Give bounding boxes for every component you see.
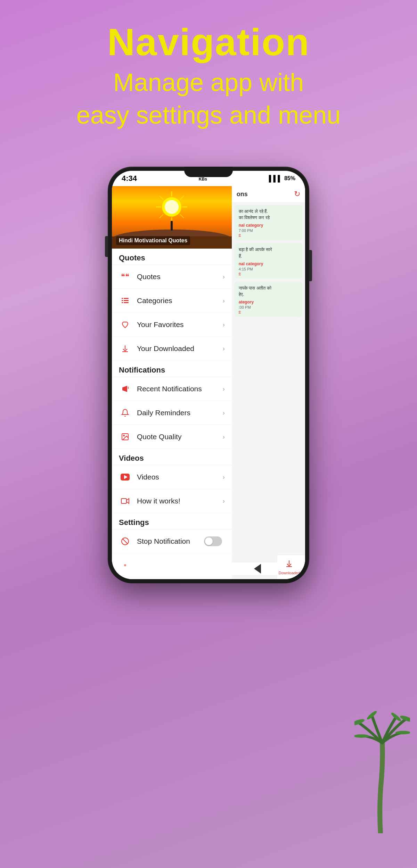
notif-panel-title: ons	[237, 191, 248, 198]
notif-panel: ons ↻ का आनंद ले रहे हैं.का विश्लेषण कर …	[232, 186, 305, 579]
hero-label: Hindi Motivational Quotes	[116, 236, 190, 245]
menu-item-recent-notif[interactable]: Recent Notifications ›	[112, 377, 232, 401]
refresh-icon[interactable]: ↻	[294, 190, 300, 199]
bell-icon	[119, 407, 131, 419]
bottom-nav-notifications[interactable]: Notifications	[301, 555, 305, 579]
how-it-works-label: How it works!	[137, 497, 223, 505]
image-quality-icon	[119, 431, 131, 443]
svg-line-12	[160, 196, 163, 200]
page-subtitle: Manage app with easy settings and menu	[28, 66, 389, 131]
bottom-download-icon	[285, 559, 293, 570]
svg-rect-20	[122, 302, 123, 303]
menu-item-quotes[interactable]: ❝❝ Quotes ›	[112, 265, 232, 289]
bottom-nav-downloaded[interactable]: Downloaded	[277, 555, 301, 579]
phone-notch	[184, 167, 233, 177]
back-button[interactable]	[254, 564, 261, 574]
favorites-arrow-icon: ›	[223, 321, 225, 328]
quote-quality-label: Quote Quality	[137, 433, 223, 441]
svg-rect-18	[122, 300, 123, 301]
extra-icon	[119, 559, 131, 571]
svg-rect-21	[124, 302, 129, 303]
youtube-icon	[119, 471, 131, 483]
svg-rect-27	[121, 499, 126, 503]
bottom-navigation: Downloaded Notifications	[277, 555, 305, 579]
phone-mockup: 4:34 KBs ▌▌▌ 85%	[108, 167, 309, 826]
notif-card-3-text: नापके पास अतीत कोहेए.	[239, 285, 298, 298]
categories-label: Categories	[137, 297, 223, 305]
sun-rays-icon	[151, 190, 193, 224]
quotes-label: Quotes	[137, 273, 223, 281]
svg-rect-17	[124, 298, 129, 299]
categories-arrow-icon: ›	[223, 297, 225, 304]
svg-rect-16	[122, 298, 123, 299]
videos-label: Videos	[137, 473, 223, 481]
svg-marker-28	[126, 499, 129, 503]
video-camera-icon	[119, 495, 131, 507]
notif-card-3-time: :00 PM	[239, 305, 298, 309]
notif-card-3-link[interactable]: e	[239, 309, 298, 314]
svg-point-7	[165, 200, 179, 214]
header-area: Navigation Manage app with easy settings…	[0, 0, 417, 145]
recent-notif-arrow-icon: ›	[223, 385, 225, 393]
notif-card-1: का आनंद ले रहे हैं.का विश्लेषण कर रहे na…	[235, 205, 302, 240]
menu-item-favorites[interactable]: Your Favorites ›	[112, 313, 232, 337]
daily-reminders-arrow-icon: ›	[223, 409, 225, 417]
stop-notification-label: Stop Notification	[137, 537, 204, 545]
notif-card-1-link[interactable]: e	[239, 233, 298, 237]
menu-item-extra[interactable]	[112, 553, 232, 577]
menu-item-downloaded[interactable]: Your Downloaded ›	[112, 337, 232, 361]
favorites-label: Your Favorites	[137, 320, 223, 329]
hero-image: Hindi Motivational Quotes	[112, 186, 232, 249]
menu-item-daily-reminders[interactable]: Daily Reminders ›	[112, 401, 232, 425]
notif-card-2-category: nal category	[239, 261, 298, 266]
notif-card-2-time: 4:15 PM	[239, 267, 298, 271]
quotes-section-title: Quotes	[112, 249, 232, 265]
phone-frame: 4:34 KBs ▌▌▌ 85%	[108, 167, 309, 583]
notif-card-1-text: का आनंद ले रहे हैं.का विश्लेषण कर रहे	[239, 208, 298, 221]
downloaded-label: Your Downloaded	[137, 344, 223, 353]
stop-notification-toggle[interactable]	[204, 536, 222, 546]
videos-section-title: Videos	[112, 449, 232, 465]
svg-point-5	[395, 731, 410, 734]
app-content: Hindi Motivational Quotes Quotes ❝❝ Quot…	[112, 186, 305, 579]
notif-card-2-link[interactable]: e	[239, 271, 298, 275]
menu-item-quote-quality[interactable]: Quote Quality ›	[112, 425, 232, 449]
notif-card-2-text: बड़ा है की आपके सारेहैं.	[239, 247, 298, 259]
categories-icon	[119, 294, 131, 307]
notif-card-1-time: 7:00 PM	[239, 228, 298, 233]
svg-point-31	[124, 564, 126, 566]
svg-point-24	[123, 435, 124, 436]
download-icon	[119, 342, 131, 355]
menu-item-how-it-works[interactable]: How it works! ›	[112, 489, 232, 513]
svg-point-4	[354, 734, 369, 738]
notif-card-3-category: ategory	[239, 300, 298, 304]
quotes-arrow-icon: ›	[223, 273, 225, 281]
stop-icon	[119, 535, 131, 548]
notif-header: ons ↻	[232, 186, 305, 202]
svg-line-13	[180, 214, 184, 218]
megaphone-icon	[119, 383, 131, 395]
svg-line-15	[160, 214, 163, 218]
status-time: 4:34	[122, 174, 137, 183]
daily-reminders-label: Daily Reminders	[137, 409, 223, 417]
bottom-notifications-label: Notifications	[303, 571, 305, 575]
notif-card-1-category: nal category	[239, 223, 298, 228]
palm-tree-decoration	[354, 701, 410, 833]
bottom-downloaded-label: Downloaded	[279, 571, 300, 575]
how-it-works-arrow-icon: ›	[223, 498, 225, 505]
nav-panel: Hindi Motivational Quotes Quotes ❝❝ Quot…	[112, 186, 232, 579]
settings-section-title: Settings	[112, 513, 232, 529]
page-title: Navigation	[28, 21, 389, 63]
menu-item-videos[interactable]: Videos ›	[112, 465, 232, 489]
notif-card-2: बड़ा है की आपके सारेहैं. nal category 4:…	[235, 243, 302, 278]
menu-item-stop-notification[interactable]: Stop Notification	[112, 529, 232, 553]
recent-notif-label: Recent Notifications	[137, 385, 223, 393]
videos-arrow-icon: ›	[223, 474, 225, 481]
battery-indicator: ▌▌▌ 85%	[269, 175, 295, 182]
favorites-icon	[119, 318, 131, 331]
notif-card-3: नापके पास अतीत कोहेए. ategory :00 PM e	[235, 282, 302, 317]
menu-item-categories[interactable]: Categories ›	[112, 289, 232, 313]
notifications-section-title: Notifications	[112, 361, 232, 377]
quote-quality-arrow-icon: ›	[223, 433, 225, 441]
svg-line-14	[180, 196, 184, 200]
